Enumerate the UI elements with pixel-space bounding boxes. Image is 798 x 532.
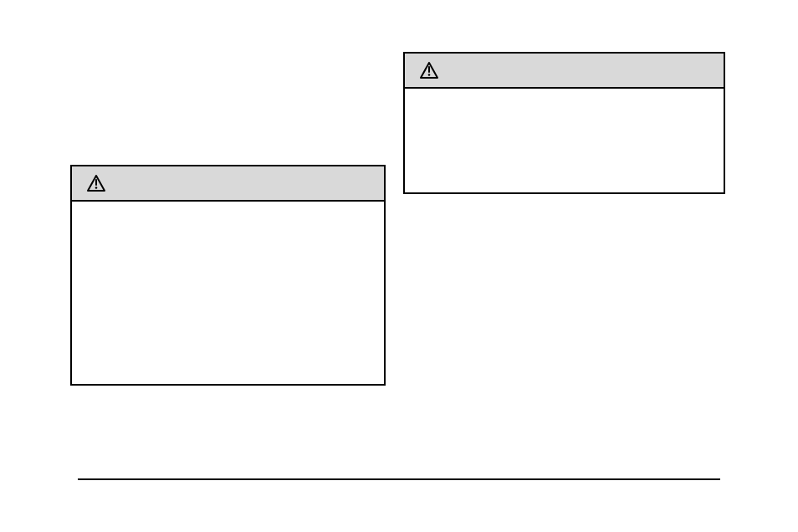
svg-point-5 bbox=[95, 187, 98, 189]
callout-box-left-header bbox=[72, 166, 384, 202]
callout-box-right-body bbox=[405, 89, 724, 105]
callout-box-right bbox=[403, 52, 725, 194]
callout-box-right-header bbox=[405, 54, 724, 89]
callout-box-left bbox=[70, 165, 386, 386]
callout-box-left-body bbox=[72, 202, 384, 218]
document-page bbox=[0, 0, 798, 532]
warning-triangle-icon bbox=[87, 175, 105, 192]
svg-point-2 bbox=[428, 74, 431, 76]
horizontal-rule bbox=[78, 478, 720, 480]
warning-triangle-icon bbox=[420, 62, 438, 79]
